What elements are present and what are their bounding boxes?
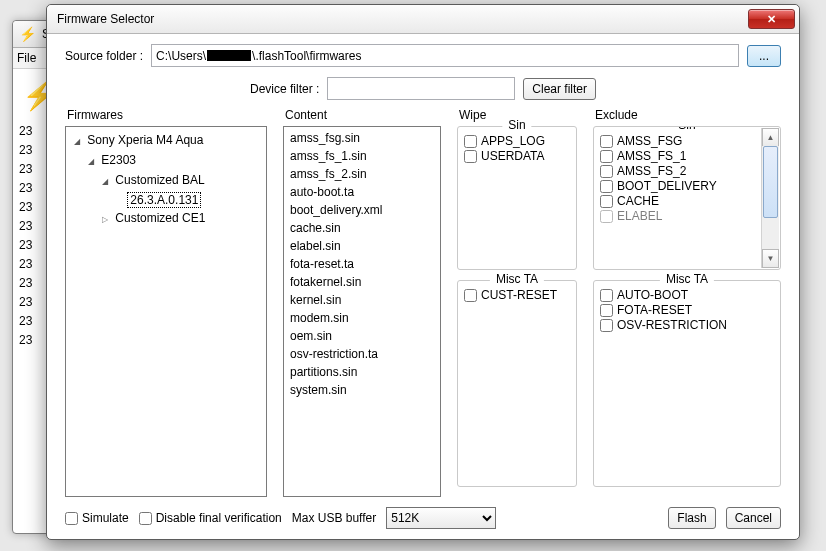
- exclude-sin-item[interactable]: BOOT_DELIVERY: [600, 179, 760, 193]
- collapse-icon[interactable]: [100, 209, 110, 229]
- exclude-sin-item[interactable]: CACHE: [600, 194, 760, 208]
- wipe-sin-item[interactable]: USERDATA: [464, 149, 570, 163]
- clear-filter-label: Clear filter: [532, 82, 587, 96]
- exclude-sin-group: Sin AMSS_FSG AMSS_FS_1 AMSS_FS_2 BOOT_DE…: [593, 126, 781, 270]
- source-path-before: C:\Users\: [156, 49, 206, 63]
- list-item[interactable]: amss_fs_1.sin: [290, 147, 434, 165]
- wipe-misc-item[interactable]: CUST-RESET: [464, 288, 570, 302]
- cancel-button[interactable]: Cancel: [726, 507, 781, 529]
- checkbox[interactable]: [464, 150, 477, 163]
- tree-label: Customized BAL: [115, 173, 204, 187]
- checkbox[interactable]: [600, 210, 613, 223]
- dialog-title: Firmware Selector: [57, 12, 748, 26]
- exclude-label: BOOT_DELIVERY: [617, 179, 717, 193]
- max-usb-label: Max USB buffer: [292, 511, 376, 525]
- flash-button[interactable]: Flash: [668, 507, 715, 529]
- wipe-sin-legend: Sin: [502, 118, 531, 132]
- close-icon: ✕: [767, 13, 776, 26]
- list-item[interactable]: amss_fs_2.sin: [290, 165, 434, 183]
- checkbox[interactable]: [600, 165, 613, 178]
- tree-node[interactable]: Sony Xperia M4 Aqua E2303 Customized BAL: [72, 131, 260, 229]
- bolt-icon: ⚡: [19, 26, 36, 42]
- exclude-sin-item[interactable]: AMSS_FS_2: [600, 164, 760, 178]
- firmwares-heading: Firmwares: [67, 108, 267, 122]
- list-item[interactable]: fotakernel.sin: [290, 273, 434, 291]
- expand-icon[interactable]: [100, 171, 110, 191]
- exclude-sin-item[interactable]: AMSS_FS_1: [600, 149, 760, 163]
- scroll-down-icon[interactable]: ▼: [762, 249, 779, 268]
- checkbox[interactable]: [600, 135, 613, 148]
- device-filter-label: Device filter :: [250, 82, 319, 96]
- checkbox[interactable]: [600, 319, 613, 332]
- checkbox[interactable]: [600, 289, 613, 302]
- firmwares-tree[interactable]: Sony Xperia M4 Aqua E2303 Customized BAL: [65, 126, 267, 497]
- disable-verification-checkbox[interactable]: Disable final verification: [139, 511, 282, 525]
- checkbox[interactable]: [600, 195, 613, 208]
- list-item[interactable]: oem.sin: [290, 327, 434, 345]
- scrollbar[interactable]: ▲ ▼: [761, 128, 779, 268]
- list-item[interactable]: fota-reset.ta: [290, 255, 434, 273]
- list-item[interactable]: cache.sin: [290, 219, 434, 237]
- clear-filter-button[interactable]: Clear filter: [523, 78, 596, 100]
- exclude-misc-item[interactable]: OSV-RESTRICTION: [600, 318, 774, 332]
- exclude-label: FOTA-RESET: [617, 303, 692, 317]
- wipe-label: CUST-RESET: [481, 288, 557, 302]
- list-item[interactable]: modem.sin: [290, 309, 434, 327]
- exclude-label: OSV-RESTRICTION: [617, 318, 727, 332]
- simulate-label: Simulate: [82, 511, 129, 525]
- checkbox[interactable]: [600, 180, 613, 193]
- list-item[interactable]: kernel.sin: [290, 291, 434, 309]
- menu-file[interactable]: File: [17, 51, 36, 65]
- wipe-sin-item[interactable]: APPS_LOG: [464, 134, 570, 148]
- wipe-label: APPS_LOG: [481, 134, 545, 148]
- exclude-misc-item[interactable]: AUTO-BOOT: [600, 288, 774, 302]
- tree-node[interactable]: Customized BAL 26.3.A.0.131: [100, 171, 260, 209]
- source-folder-field[interactable]: C:\Users\ \.flashTool\firmwares: [151, 44, 739, 67]
- source-folder-label: Source folder :: [65, 49, 143, 63]
- scroll-up-icon[interactable]: ▲: [762, 128, 779, 147]
- device-filter-input[interactable]: [327, 77, 515, 100]
- checkbox[interactable]: [464, 289, 477, 302]
- exclude-misc-item[interactable]: FOTA-RESET: [600, 303, 774, 317]
- tree-node[interactable]: E2303 Customized BAL: [86, 151, 260, 229]
- checkbox[interactable]: [464, 135, 477, 148]
- exclude-heading: Exclude: [595, 108, 781, 122]
- browse-button[interactable]: ...: [747, 45, 781, 67]
- tree-label-selected: 26.3.A.0.131: [127, 192, 201, 208]
- list-item[interactable]: elabel.sin: [290, 237, 434, 255]
- checkbox[interactable]: [139, 512, 152, 525]
- exclude-label: AMSS_FS_1: [617, 149, 686, 163]
- wipe-sin-group: Sin APPS_LOG USERDATA: [457, 126, 577, 270]
- tree-label: Customized CE1: [115, 211, 205, 225]
- exclude-sin-item[interactable]: AMSS_FSG: [600, 134, 760, 148]
- source-path-after: \.flashTool\firmwares: [252, 49, 361, 63]
- content-list[interactable]: amss_fsg.sin amss_fs_1.sin amss_fs_2.sin…: [283, 126, 441, 497]
- checkbox[interactable]: [600, 150, 613, 163]
- simulate-checkbox[interactable]: Simulate: [65, 511, 129, 525]
- tree-label: Sony Xperia M4 Aqua: [87, 133, 203, 147]
- tree-node[interactable]: 26.3.A.0.131: [114, 191, 260, 209]
- max-usb-select[interactable]: 512K: [386, 507, 496, 529]
- expand-icon[interactable]: [86, 151, 96, 171]
- checkbox[interactable]: [65, 512, 78, 525]
- scroll-track[interactable]: [762, 146, 779, 250]
- list-item[interactable]: osv-restriction.ta: [290, 345, 434, 363]
- expand-icon[interactable]: [72, 131, 82, 151]
- checkbox[interactable]: [600, 304, 613, 317]
- list-item[interactable]: system.sin: [290, 381, 434, 399]
- wipe-misc-legend: Misc TA: [490, 272, 544, 286]
- exclude-label: AMSS_FS_2: [617, 164, 686, 178]
- scroll-thumb[interactable]: [763, 146, 778, 218]
- flash-label: Flash: [677, 511, 706, 525]
- source-path-redacted: [207, 50, 251, 61]
- tree-node[interactable]: Customized CE1: [100, 209, 260, 229]
- list-item[interactable]: auto-boot.ta: [290, 183, 434, 201]
- list-item[interactable]: amss_fsg.sin: [290, 129, 434, 147]
- close-button[interactable]: ✕: [748, 9, 795, 29]
- tree-label: E2303: [101, 153, 136, 167]
- list-item[interactable]: boot_delivery.xml: [290, 201, 434, 219]
- exclude-sin-item[interactable]: ELABEL: [600, 209, 760, 223]
- exclude-label: CACHE: [617, 194, 659, 208]
- wipe-misc-group: Misc TA CUST-RESET: [457, 280, 577, 487]
- list-item[interactable]: partitions.sin: [290, 363, 434, 381]
